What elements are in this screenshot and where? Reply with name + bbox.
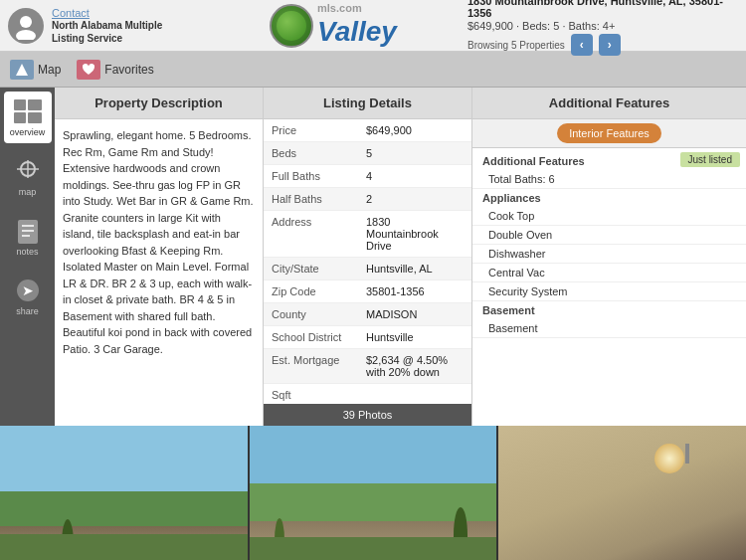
logo: mls.com Valley [270, 4, 397, 48]
listing-value: $649,900 [358, 119, 471, 141]
listing-label: County [264, 303, 358, 325]
listing-table: Price$649,900Beds5Full Baths4Half Baths2… [264, 119, 471, 404]
listing-row: Price$649,900 [264, 119, 471, 142]
listing-row: Address1830 Mountainbrook Drive [264, 211, 471, 258]
photo-2[interactable] [250, 426, 497, 560]
heart-icon [77, 60, 100, 80]
photo-1[interactable] [0, 426, 248, 560]
listing-row: Zip Code35801-1356 [264, 280, 471, 303]
listing-label: Zip Code [264, 280, 358, 302]
sidebar-map-label: map [19, 187, 37, 197]
favorites-button[interactable]: Favorites [77, 60, 153, 80]
feature-item: Basement [472, 319, 746, 338]
svg-marker-2 [16, 64, 28, 76]
features-inner: Just listed Additional FeaturesTotal Bat… [472, 148, 746, 426]
property-description-header: Property Description [55, 88, 263, 119]
listing-value: Huntsville, AL [358, 258, 471, 280]
share-icon: ➤ [12, 277, 44, 304]
logo-globe [270, 4, 313, 48]
listing-value: MADISON [358, 303, 471, 325]
listing-row: Est. Mortgage$2,634 @ 4.50% with 20% dow… [264, 349, 471, 384]
browse-row: Browsing 5 Properties ‹ › [467, 34, 621, 56]
svg-rect-8 [18, 220, 38, 244]
listing-value: Huntsville [358, 326, 471, 348]
svg-rect-4 [28, 99, 42, 110]
toolbar: Map Favorites [0, 52, 746, 88]
svg-point-0 [20, 16, 32, 28]
listing-value: 5 [358, 142, 471, 164]
listing-label: Sqft [264, 384, 358, 404]
listing-label: Full Baths [264, 165, 358, 187]
svg-rect-5 [14, 112, 26, 123]
feature-item: Central Vac [472, 264, 746, 282]
feature-item: Cook Top [472, 207, 746, 226]
listing-value [358, 384, 471, 404]
browse-text: Browsing 5 Properties [467, 40, 565, 51]
agent-name: North Alabama Multiple Listing Service [52, 19, 181, 45]
header-center: mls.com Valley [207, 4, 460, 48]
listing-row: City/StateHuntsville, AL [264, 258, 471, 280]
additional-features-header: Additional Features [472, 88, 746, 119]
listing-value: $2,634 @ 4.50% with 20% down [358, 349, 471, 383]
nav-next-button[interactable]: › [599, 34, 621, 56]
features-list: Additional FeaturesTotal Baths: 6Applian… [472, 148, 746, 342]
listing-row: Half Baths2 [264, 188, 471, 211]
map-sidebar-icon [12, 157, 44, 185]
svg-rect-6 [28, 112, 42, 123]
avatar [8, 8, 44, 44]
header-left: Contact North Alabama Multiple Listing S… [8, 7, 207, 45]
listing-label: Address [264, 211, 358, 257]
notes-icon [12, 217, 44, 245]
tab-interior-features[interactable]: Interior Features [557, 123, 661, 143]
features-tabs: Interior Features [472, 119, 746, 148]
listing-label: Half Baths [264, 188, 358, 210]
listing-label: City/State [264, 258, 358, 280]
sidebar-item-notes[interactable]: notes [4, 211, 52, 263]
feature-section-header: Basement [472, 301, 746, 319]
listing-label: Est. Mortgage [264, 349, 358, 383]
agent-info: Contact North Alabama Multiple Listing S… [52, 7, 181, 45]
feature-item: Dishwasher [472, 245, 746, 264]
feature-section-header: Appliances [472, 189, 746, 207]
map-label: Map [38, 63, 61, 77]
sidebar-notes-label: notes [16, 247, 38, 257]
property-description-panel: Property Description Sprawling, elegant … [55, 88, 264, 426]
listing-label: Price [264, 119, 358, 141]
map-button[interactable]: Map [10, 60, 61, 80]
feature-item: Security System [472, 282, 746, 301]
property-description-body: Sprawling, elegant home. 5 Bedrooms. Rec… [55, 119, 263, 365]
map-icon [10, 60, 34, 80]
header: Contact North Alabama Multiple Listing S… [0, 0, 746, 52]
property-price: $649,900 · Beds: 5 · Baths: 4+ [467, 20, 615, 32]
left-sidebar: overview map notes ➤ share [0, 88, 55, 426]
sidebar-item-share[interactable]: ➤ share [4, 271, 52, 322]
listing-value: 1830 Mountainbrook Drive [358, 211, 471, 257]
logo-valley-text: Valley [317, 18, 397, 46]
listing-details-panel: Listing Details Price$649,900Beds5Full B… [264, 88, 472, 426]
overview-icon [12, 97, 44, 125]
sidebar-item-map[interactable]: map [4, 151, 52, 203]
svg-text:➤: ➤ [22, 282, 34, 298]
just-listed-badge: Just listed [680, 152, 740, 167]
favorites-label: Favorites [104, 63, 153, 77]
listing-row: Beds5 [264, 142, 471, 165]
listing-row: Full Baths4 [264, 165, 471, 188]
content-panels: Property Description Sprawling, elegant … [55, 88, 746, 426]
listing-value: 4 [358, 165, 471, 187]
logo-globe-inner [277, 11, 306, 41]
listing-row: CountyMADISON [264, 303, 471, 326]
logo-mls-text: mls.com [317, 2, 362, 14]
contact-label[interactable]: Contact [52, 7, 181, 19]
photos-bar[interactable]: 39 Photos [264, 404, 471, 426]
listing-details-header: Listing Details [264, 88, 471, 119]
listing-value: 2 [358, 188, 471, 210]
nav-prev-button[interactable]: ‹ [571, 34, 593, 56]
sidebar-share-label: share [16, 306, 39, 316]
main-content: overview map notes ➤ share Property Desc… [0, 88, 746, 426]
listing-row: Sqft [264, 384, 471, 404]
svg-point-1 [16, 30, 36, 40]
photo-3[interactable] [498, 426, 746, 560]
additional-features-panel: Additional Features Interior Features Ju… [472, 88, 746, 426]
feature-item: Double Oven [472, 226, 746, 245]
sidebar-item-overview[interactable]: overview [4, 92, 52, 143]
